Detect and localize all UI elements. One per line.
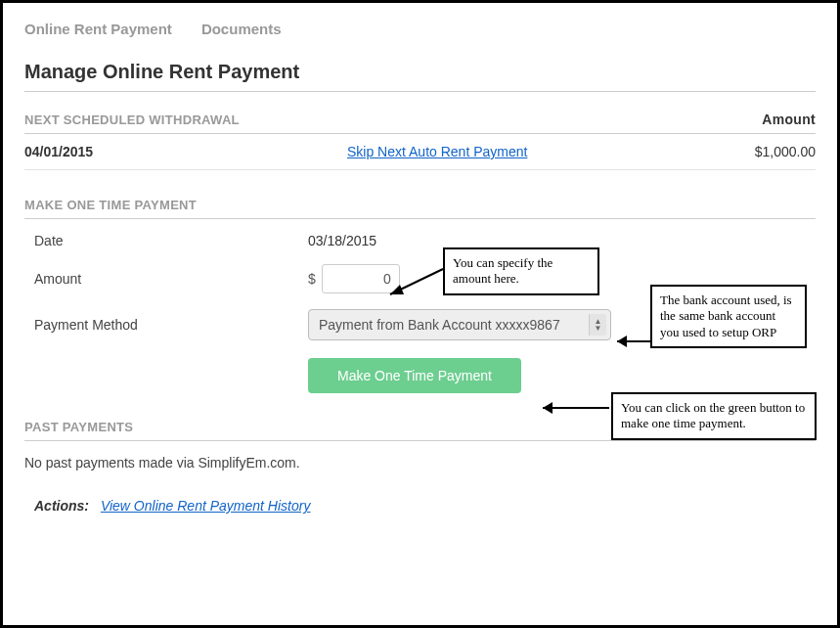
past-payments-empty: No past payments made via SimplifyEm.com… (24, 441, 816, 492)
payment-method-selected: Payment from Bank Account xxxxx9867 (319, 317, 560, 333)
tab-bar: Online Rent Payment Documents (24, 21, 816, 37)
date-value: 03/18/2015 (308, 233, 376, 248)
chevron-updown-icon: ▲▼ (589, 314, 606, 336)
one-time-header: MAKE ONE TIME PAYMENT (24, 198, 816, 219)
actions-label: Actions: (34, 498, 89, 514)
actions-row: Actions: View Online Rent Payment Histor… (24, 498, 816, 514)
app-frame: Online Rent Payment Documents Manage Onl… (0, 0, 840, 628)
tab-online-rent-payment[interactable]: Online Rent Payment (24, 21, 172, 37)
arrow-to-green-button (531, 400, 611, 418)
next-scheduled-label: NEXT SCHEDULED WITHDRAWAL (24, 112, 240, 127)
payment-method-select[interactable]: Payment from Bank Account xxxxx9867 ▲▼ (308, 309, 611, 340)
currency-symbol: $ (308, 271, 316, 287)
divider (24, 91, 816, 92)
svg-marker-5 (543, 402, 553, 414)
scheduled-withdrawal-row: 04/01/2015 Skip Next Auto Rent Payment $… (24, 134, 816, 170)
callout-amount: You can specify the amount here. (443, 247, 599, 295)
next-scheduled-header: NEXT SCHEDULED WITHDRAWAL Amount (24, 112, 816, 134)
make-one-time-payment-button[interactable]: Make One Time Payment (308, 358, 521, 393)
payment-method-label: Payment Method (34, 317, 308, 333)
callout-bank-account: The bank account used, is the same bank … (650, 285, 807, 348)
amount-label: Amount (34, 271, 308, 287)
page-title: Manage Online Rent Payment (24, 61, 816, 83)
scheduled-amount: $1,000.00 (679, 144, 816, 159)
date-label: Date (34, 233, 308, 248)
amount-column-header: Amount (762, 112, 816, 127)
callout-green-button: You can click on the green button to mak… (611, 392, 817, 440)
date-row: Date 03/18/2015 (24, 233, 816, 248)
tab-documents[interactable]: Documents (201, 21, 282, 37)
past-payments-label: PAST PAYMENTS (24, 420, 133, 434)
scheduled-date: 04/01/2015 (24, 144, 347, 159)
amount-input[interactable] (322, 264, 400, 293)
view-payment-history-link[interactable]: View Online Rent Payment History (101, 498, 311, 514)
skip-next-auto-payment-link[interactable]: Skip Next Auto Rent Payment (347, 144, 527, 159)
